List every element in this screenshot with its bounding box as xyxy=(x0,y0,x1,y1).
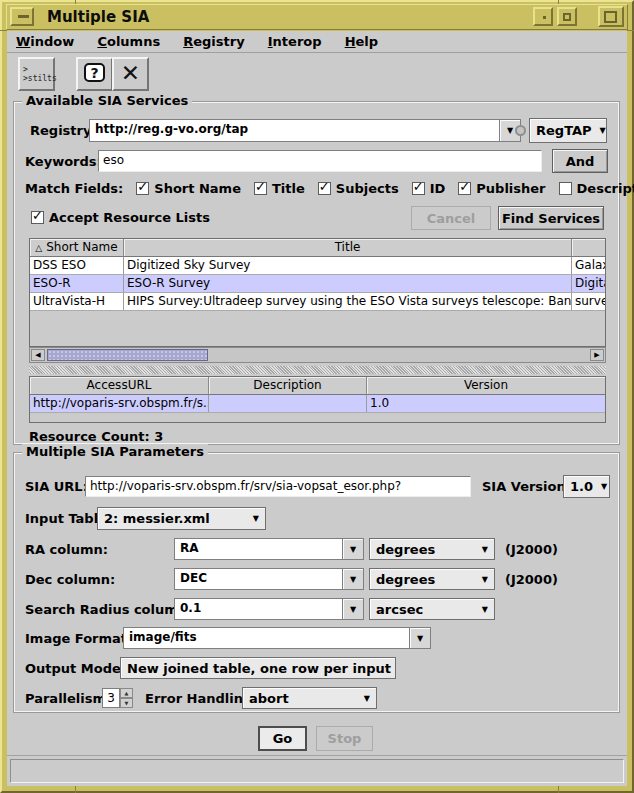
scrollbar-thumb[interactable] xyxy=(47,349,208,361)
chevron-down-icon: ▼ xyxy=(350,575,356,584)
table-row[interactable]: DSS ESO Digitized Sky Survey Galax xyxy=(30,257,605,275)
match-field-publisher[interactable]: ✓ Publisher xyxy=(458,181,545,196)
checkbox-icon[interactable]: ✓ xyxy=(412,182,425,195)
radius-unit-combo[interactable]: arcsec ▼ xyxy=(369,598,495,620)
frame-notch xyxy=(558,786,559,793)
restore-icon xyxy=(563,13,571,21)
column-header-description[interactable]: Description xyxy=(209,377,367,395)
window-menu-icon xyxy=(18,15,29,18)
image-format-combo[interactable]: image/fits ▼ xyxy=(123,627,431,649)
sia-version-label: SIA Version: xyxy=(482,479,571,494)
format-dropdown-button[interactable]: ▼ xyxy=(410,627,431,649)
spin-up-button[interactable]: ▲ xyxy=(120,688,133,698)
frame-notch xyxy=(75,786,76,793)
registry-type-value: RegTAP xyxy=(536,123,592,138)
dec-unit-combo[interactable]: degrees ▼ xyxy=(369,568,495,590)
scroll-left-button[interactable]: ◀ xyxy=(31,349,45,361)
dec-column-combo[interactable]: DEC ▼ xyxy=(174,568,364,590)
table-row[interactable]: ESO-R ESO-R Survey Digita xyxy=(30,275,605,293)
scroll-left-icon: ◀ xyxy=(35,351,40,359)
error-handling-combo[interactable]: abort ▼ xyxy=(242,687,377,709)
stop-button[interactable]: Stop xyxy=(316,726,373,751)
registry-type-combo[interactable]: RegTAP ▼ xyxy=(529,118,607,143)
registry-status-lamp-icon xyxy=(515,125,526,136)
sia-version-combo[interactable]: 1.0 ▼ xyxy=(563,475,610,498)
match-field-id[interactable]: ✓ ID xyxy=(412,181,446,196)
scroll-right-button[interactable]: ▶ xyxy=(590,349,604,361)
input-table-combo[interactable]: 2: messier.xml ▼ xyxy=(97,507,266,530)
spin-up-icon: ▲ xyxy=(125,690,129,696)
ra-dropdown-button[interactable]: ▼ xyxy=(343,538,364,560)
resource-count: Resource Count: 3 xyxy=(29,429,163,444)
image-format-value[interactable]: image/fits xyxy=(123,627,410,649)
menu-window[interactable]: Window xyxy=(7,31,83,52)
column-header-accessurl[interactable]: AccessURL xyxy=(30,377,209,395)
stilts-button[interactable]: > >stilts xyxy=(18,57,55,91)
services-table-header: △Short Name Title xyxy=(30,239,605,257)
minimize-icon xyxy=(543,16,546,19)
search-radius-value[interactable]: 0.1 xyxy=(174,598,343,620)
services-table[interactable]: △Short Name Title DSS ESO Digitized Sky … xyxy=(29,238,606,347)
table-row[interactable]: UltraVista-H HIPS Survey:Ultradeep surve… xyxy=(30,293,605,311)
help-icon: ? xyxy=(84,63,105,82)
minimize-button[interactable] xyxy=(533,7,553,26)
parallelism-value[interactable]: 3 xyxy=(102,688,120,708)
maximize-button[interactable] xyxy=(598,6,624,27)
column-header-extra[interactable] xyxy=(572,239,605,257)
menu-help[interactable]: Help xyxy=(336,31,387,52)
checkbox-icon[interactable]: ✓ xyxy=(31,211,44,224)
chevron-down-icon: ▼ xyxy=(507,126,513,135)
accept-resource-lists-checkbox[interactable]: ✓ Accept Resource Lists xyxy=(31,210,210,225)
restore-button[interactable] xyxy=(557,7,577,26)
match-field-short-name[interactable]: ✓ Short Name xyxy=(136,181,241,196)
titlebar[interactable]: Multiple SIA xyxy=(6,4,628,30)
capabilities-table[interactable]: AccessURL Description Version http://vop… xyxy=(29,376,606,423)
horizontal-scrollbar[interactable]: ◀ ▶ xyxy=(29,347,606,363)
sia-parameters-panel: Multiple SIA Parameters SIA URL: http://… xyxy=(13,452,620,713)
match-field-description[interactable]: ✓ Description xyxy=(559,181,634,196)
ra-column-value[interactable]: RA xyxy=(174,538,343,560)
registry-value[interactable]: http://reg.g-vo.org/tap xyxy=(89,119,500,142)
checkbox-icon[interactable]: ✓ xyxy=(254,182,267,195)
registry-combo[interactable]: http://reg.g-vo.org/tap ▼ xyxy=(89,119,521,142)
dec-dropdown-button[interactable]: ▼ xyxy=(343,568,364,590)
menu-registry[interactable]: Registry xyxy=(174,31,253,52)
table-row[interactable]: http://voparis-srv.obspm.fr/s... 1.0 xyxy=(30,395,605,413)
go-button[interactable]: Go xyxy=(258,726,307,751)
spin-down-button[interactable]: ▼ xyxy=(120,698,133,708)
window-menu-button[interactable] xyxy=(10,7,34,26)
help-button[interactable]: ? xyxy=(76,57,113,91)
column-header-short-name[interactable]: △Short Name xyxy=(30,239,124,257)
find-services-button[interactable]: Find Services xyxy=(498,206,604,230)
checkbox-icon[interactable]: ✓ xyxy=(318,182,331,195)
keywords-label: Keywords: xyxy=(25,154,102,169)
keywords-input[interactable]: eso xyxy=(98,150,542,172)
search-radius-combo[interactable]: 0.1 ▼ xyxy=(174,598,364,620)
registry-label: Registry: xyxy=(30,123,97,138)
ra-column-combo[interactable]: RA ▼ xyxy=(174,538,364,560)
close-window-button[interactable]: ✕ xyxy=(112,57,149,91)
column-header-version[interactable]: Version xyxy=(367,377,605,395)
ra-epoch-label: (J2000) xyxy=(505,542,558,557)
splitpane-divider[interactable] xyxy=(29,366,606,374)
ra-unit-combo[interactable]: degrees ▼ xyxy=(369,538,495,560)
cancel-button[interactable]: Cancel xyxy=(411,206,491,230)
menu-interop[interactable]: Interop xyxy=(259,31,331,52)
status-bar xyxy=(10,759,624,783)
checkbox-icon[interactable]: ✓ xyxy=(136,182,149,195)
sia-url-input[interactable]: http://voparis-srv.obspm.fr/srv/sia-vops… xyxy=(85,476,471,497)
match-field-subjects[interactable]: ✓ Subjects xyxy=(318,181,399,196)
and-button[interactable]: And xyxy=(552,149,608,173)
column-header-title[interactable]: Title xyxy=(124,239,572,257)
checkbox-icon[interactable]: ✓ xyxy=(559,182,572,195)
sort-ascending-icon: △ xyxy=(35,243,42,253)
dec-column-value[interactable]: DEC xyxy=(174,568,343,590)
menu-columns[interactable]: Columns xyxy=(88,31,169,52)
chevron-down-icon: ▼ xyxy=(593,482,607,491)
output-mode-combo[interactable]: New joined table, one row per input row … xyxy=(120,657,396,679)
chevron-down-icon: ▼ xyxy=(474,605,488,614)
checkbox-icon[interactable]: ✓ xyxy=(458,182,471,195)
radius-dropdown-button[interactable]: ▼ xyxy=(343,598,364,620)
match-field-title[interactable]: ✓ Title xyxy=(254,181,305,196)
parallelism-spinner[interactable]: 3 ▲ ▼ xyxy=(102,688,133,708)
